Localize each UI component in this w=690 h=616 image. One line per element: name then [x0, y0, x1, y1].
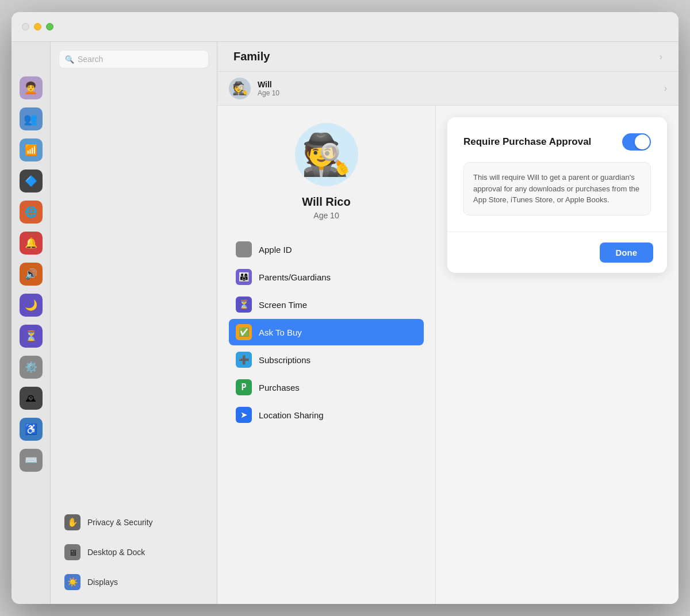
parents-label: Parents/Guardians — [259, 272, 331, 282]
displays-icon: ☀️ — [64, 574, 80, 590]
search-area: 🔍 Search — [51, 42, 217, 74]
purchase-approval-card: Require Purchase Approval This will requ… — [447, 117, 667, 273]
modal-body: Require Purchase Approval This will requ… — [447, 117, 667, 232]
search-icon: 🔍 — [65, 55, 74, 64]
sidebar-item-displays[interactable]: ☀️ Displays — [59, 569, 209, 595]
location-sharing-label: Location Sharing — [259, 410, 324, 420]
sidebar-icon-accessibility[interactable]: ♿ — [20, 418, 43, 441]
location-sharing-icon: ➤ — [236, 407, 252, 423]
sidebar-icon-globe[interactable]: 🌐 — [20, 201, 43, 224]
subscriptions-icon: ➕ — [236, 352, 252, 368]
purchase-approval-label: Require Purchase Approval — [463, 136, 591, 148]
sidebar-icon-wifi[interactable]: 📶 — [20, 138, 43, 161]
sidebar-icon-keyboard[interactable]: ⌨️ — [20, 449, 43, 472]
desktop-label: Desktop & Dock — [87, 548, 145, 557]
purchases-icon: P — [236, 379, 252, 395]
child-name: Will Rico — [302, 195, 350, 209]
sidebar-icon-notifications[interactable]: 🔔 — [20, 232, 43, 255]
desktop-icon: 🖥 — [64, 544, 80, 560]
parents-guardians-icon: 👨‍👩‍👧 — [236, 269, 252, 285]
menu-item-ask-to-buy[interactable]: ✅ Ask To Buy — [229, 319, 424, 345]
child-menu-list: Apple ID 👨‍👩‍👧 Parents/Guardians ⏳ Scree… — [217, 236, 435, 428]
sidebar-icon-screentime[interactable]: ⏳ — [20, 325, 43, 348]
header-chevron: › — [660, 52, 662, 62]
done-button[interactable]: Done — [600, 242, 654, 263]
sidebar-icon-face[interactable]: 🧑‍🦱 — [20, 76, 43, 99]
settings-column: Require Purchase Approval This will requ… — [436, 106, 678, 604]
will-age: Age 10 — [258, 89, 279, 97]
maximize-button[interactable] — [46, 23, 53, 30]
large-right: Family › 🕵️ Will Age 10 › 🕵️ — [217, 42, 678, 604]
sidebar-icon-sound[interactable]: 🔊 — [20, 263, 43, 286]
purchase-approval-row: Require Purchase Approval — [463, 133, 651, 151]
will-name: Will — [258, 80, 279, 89]
search-placeholder: Search — [78, 55, 103, 64]
apple-id-icon — [236, 241, 252, 257]
traffic-lights — [22, 23, 53, 30]
will-row[interactable]: 🕵️ Will Age 10 › — [217, 72, 678, 106]
ask-to-buy-label: Ask To Buy — [259, 328, 302, 337]
far-left-sidebar: 🧑‍🦱 👥 📶 🔷 🌐 🔔 🔊 🌙 ⏳ ⚙️ 🕰 ♿ ⌨️ — [12, 42, 51, 604]
family-title: Family — [233, 50, 270, 63]
main-window: 🧑‍🦱 👥 📶 🔷 🌐 🔔 🔊 🌙 ⏳ ⚙️ 🕰 ♿ ⌨️ 🔍 Search — [12, 12, 678, 604]
privacy-label: Privacy & Security — [87, 518, 153, 527]
sidebar-item-privacy[interactable]: ✋ Privacy & Security — [59, 510, 209, 535]
purchases-label: Purchases — [259, 383, 300, 392]
menu-item-purchases[interactable]: P Purchases — [229, 374, 424, 401]
menu-item-apple-id[interactable]: Apple ID — [229, 236, 424, 263]
purchase-approval-toggle[interactable] — [622, 133, 651, 151]
purchase-description: This will require Will to get a parent o… — [463, 162, 651, 215]
menu-item-subscriptions[interactable]: ➕ Subscriptions — [229, 346, 424, 373]
menu-item-screentime[interactable]: ⏳ Screen Time — [229, 291, 424, 318]
will-info: Will Age 10 — [258, 80, 279, 97]
sidebar-icon-focus[interactable]: 🌙 — [20, 294, 43, 317]
dialog-pane: 🕵️ Will Rico Age 10 Apple ID 👨‍👩‍👧 — [217, 106, 678, 604]
search-box[interactable]: 🔍 Search — [59, 50, 209, 68]
modal-footer: Done — [447, 232, 667, 273]
toggle-knob — [635, 134, 650, 149]
displays-label: Displays — [87, 578, 118, 587]
subscriptions-label: Subscriptions — [259, 355, 310, 365]
ask-to-buy-icon: ✅ — [236, 324, 252, 340]
family-header: Family › — [217, 42, 678, 72]
sidebar-item-desktop[interactable]: 🖥 Desktop & Dock — [59, 540, 209, 565]
minimize-button[interactable] — [34, 23, 41, 30]
will-avatar: 🕵️ — [229, 78, 251, 99]
apple-id-label: Apple ID — [259, 245, 292, 255]
title-bar — [12, 12, 678, 42]
content-row: 🧑‍🦱 👥 📶 🔷 🌐 🔔 🔊 🌙 ⏳ ⚙️ 🕰 ♿ ⌨️ 🔍 Search — [12, 42, 678, 604]
child-age: Age 10 — [313, 211, 339, 220]
sidebar-icon-people[interactable]: 👥 — [20, 107, 43, 130]
screentime-label: Screen Time — [259, 300, 307, 310]
sidebar-icon-gear[interactable]: ⚙️ — [20, 356, 43, 379]
screen-time-icon: ⏳ — [236, 297, 252, 313]
will-chevron: › — [664, 83, 667, 94]
settings-content: Require Purchase Approval This will requ… — [436, 106, 678, 604]
sidebar-icon-timemachine[interactable]: 🕰 — [20, 387, 43, 410]
child-avatar: 🕵️ — [295, 123, 358, 186]
menu-item-location-sharing[interactable]: ➤ Location Sharing — [229, 402, 424, 428]
close-button[interactable] — [22, 23, 29, 30]
middle-section: 🔍 Search ✋ Privacy & Security 🖥 Desktop … — [51, 42, 217, 604]
profile-column: 🕵️ Will Rico Age 10 Apple ID 👨‍👩‍👧 — [217, 106, 436, 604]
sidebar-icon-bluetooth[interactable]: 🔷 — [20, 170, 43, 192]
menu-item-parents[interactable]: 👨‍👩‍👧 Parents/Guardians — [229, 264, 424, 290]
privacy-icon: ✋ — [64, 514, 80, 530]
